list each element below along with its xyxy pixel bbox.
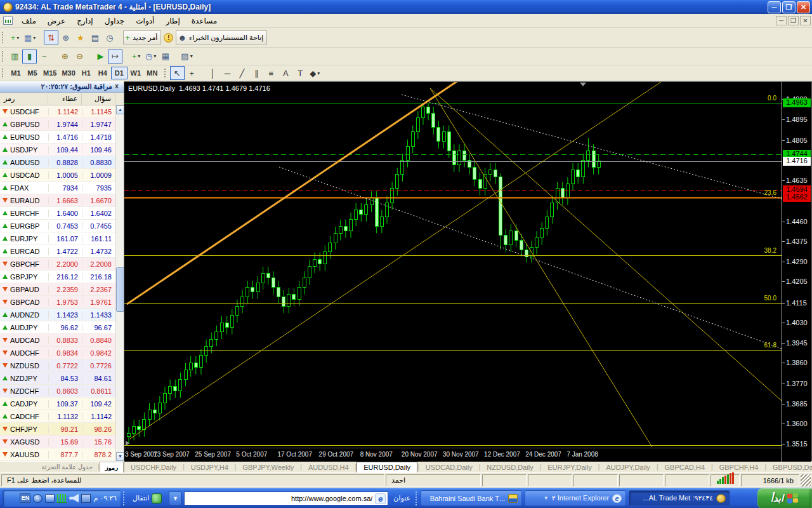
scrollbar-thumb[interactable] [116,267,124,312]
scroll-up-icon[interactable]: ▲ [116,105,124,114]
vertical-line-button[interactable]: │ [206,66,220,80]
new-chart-button[interactable]: +▾ [8,30,22,44]
market-watch-row[interactable]: GBPCHF2.20002.2008 [0,258,124,271]
market-watch-button[interactable]: ⇅ [44,30,58,44]
trendline-button[interactable]: ╱ [235,66,249,80]
market-watch-row[interactable]: GBPJPY216.12216.18 [0,271,124,283]
chart-tab-usdjpy-h4[interactable]: USDJPY,H4 [185,462,235,472]
text-button[interactable]: A [278,66,293,80]
menu-item-file[interactable]: ملف [16,15,42,27]
tray-app-icon[interactable] [45,494,55,503]
market-watch-row[interactable]: EURCAD1.47221.4732 [0,245,124,258]
cursor-button[interactable]: ↖ [170,66,185,80]
strategy-tester-button[interactable]: ◷ [102,30,117,44]
scroll-down-icon[interactable]: ▼ [116,452,124,461]
price-axis[interactable]: 1.49801.48951.48051.46351.44601.43751.42… [782,82,811,462]
chart-tab-eurusd-daily[interactable]: EURUSD,Daily [357,462,417,472]
market-watch-row[interactable]: NZDCHF0.86030.8611 [0,385,124,398]
market-watch-row[interactable]: FDAX79347935 [0,182,124,194]
chart-candles-button[interactable]: ▮ [22,50,37,64]
auto-scroll-button[interactable]: ▶ [93,50,108,64]
toolbar-grip[interactable] [416,491,418,505]
chart-shift-button[interactable]: ↦ [108,50,122,64]
expert-advisors-button[interactable]: ☻إتاحة المستشارون الخبراء [176,30,267,44]
toolbar-grip[interactable] [123,491,126,505]
start-button[interactable]: ابدأ [757,488,812,508]
address-bar[interactable]: e [184,491,388,505]
child-restore-button[interactable]: ❐ [788,16,799,25]
panel-tab-0[interactable]: رموز [100,462,124,472]
market-watch-row[interactable]: AUDNZD1.14231.1433 [0,309,124,321]
market-watch-row[interactable]: AUDCHF0.98340.9842 [0,347,124,359]
toolbar-grip[interactable] [164,69,167,77]
zoom-in-button[interactable]: ⊕ [58,50,72,64]
market-watch-row[interactable]: AUDUSD0.88280.8830 [0,156,124,169]
chart-tab-audusd-h4[interactable]: AUDUSD,H4 [302,462,355,472]
chart-tab-gbpusd-daily[interactable]: GBPUSD,Daily [766,462,812,472]
close-button[interactable]: ✕ [797,1,810,13]
taskbar-button-internet-explorer-group[interactable]: eInternet Explorer ٢▼ [525,490,626,506]
horizontal-line-button[interactable]: ─ [220,66,235,80]
market-watch-row[interactable]: XAGUSD15.6915.76 [0,436,124,448]
chevron-down-icon[interactable]: ▼ [544,495,549,501]
resize-grip[interactable] [801,474,811,486]
menu-item-charts[interactable]: جداول [99,15,131,27]
timeframe-m1-button[interactable]: M1 [8,67,24,79]
volume-icon[interactable] [69,494,79,503]
market-watch-row[interactable]: USDCAD1.00051.0009 [0,169,124,182]
market-watch-row[interactable]: GBPAUD2.23592.2367 [0,283,124,296]
menu-item-tools[interactable]: أدوات [130,15,160,27]
panel-tab-1[interactable]: جدول علامة التجزئة [37,462,98,472]
timeframe-m15-button[interactable]: M15 [41,67,59,79]
market-watch-row[interactable]: AUDJPY96.6296.67 [0,321,124,334]
arrows-button[interactable]: ◆▾ [308,66,322,80]
indicators-button[interactable]: +▾ [129,50,143,64]
market-watch-row[interactable]: EURJPY161.07161.11 [0,232,124,245]
minimize-button[interactable]: ─ [768,1,781,13]
chart-tab-gbpchf-h4[interactable]: GBPCHF,H4 [713,462,765,472]
terminal-button[interactable]: ▤ [88,30,102,44]
chart-shift-marker[interactable] [580,83,586,86]
chart-bars-button[interactable]: ▥ [8,50,22,64]
chart-plot-area[interactable]: EURUSD,Daily 1.4693 1.4741 1.4679 1.4716… [124,82,782,448]
go-button[interactable]: ← انتقال [128,491,166,506]
market-watch-row[interactable]: CADJPY109.37109.42 [0,398,124,410]
alerts-button[interactable]: ! [161,30,176,44]
market-watch-close-icon[interactable]: x [112,83,121,91]
address-input[interactable] [185,492,388,505]
menu-item-view[interactable]: عرض [42,15,71,27]
chart-window-icon[interactable] [3,17,13,25]
periods-button[interactable]: ◷▾ [143,50,158,64]
taskbar-button-al-trade-window[interactable]: ٩٢٤٣٤: AL Trade Met... [629,490,730,506]
column-header-0[interactable]: رمز [0,93,48,105]
address-dropdown-icon[interactable]: ▼ [169,491,181,505]
timeframe-h4-button[interactable]: H4 [95,67,111,79]
chart-tab-audjpy-daily[interactable]: AUDJPY,Daily [599,462,657,472]
new-order-button[interactable]: +أمر جديد [123,30,161,44]
menu-item-window[interactable]: إطار [160,15,185,27]
chart-tab-nzdusd-daily[interactable]: NZDUSD,Daily [480,462,539,472]
maximize-button[interactable]: ❐ [782,1,796,13]
data-window-button[interactable]: ⊕ [58,30,73,44]
tray-round-icon[interactable]: › [33,494,43,503]
chart-window[interactable]: EURUSD,Daily 1.4693 1.4741 1.4679 1.4716… [124,81,812,461]
profiles-button[interactable]: ▦▾ [22,30,37,44]
chart-tab-gbpjpy-weekly[interactable]: GBPJPY,Weekly [236,462,300,472]
market-watch-row[interactable]: NZDUSD0.77220.7726 [0,359,124,372]
timeframe-d1-button[interactable]: D1 [111,67,128,79]
timeframe-mn-button[interactable]: MN [144,67,160,79]
column-header-2[interactable]: سؤال [82,93,115,105]
toolbar-grip[interactable] [2,32,5,43]
market-watch-row[interactable]: AUDCAD0.88330.8840 [0,334,124,347]
network-icon[interactable] [81,494,91,503]
fibonacci-button[interactable]: ≡ [264,66,278,80]
child-minimize-button[interactable]: ─ [776,16,787,25]
market-watch-scrollbar[interactable]: ▲ ▼ [115,105,124,461]
market-watch-row[interactable]: USDJPY109.44109.46 [0,144,124,156]
timeframe-h1-button[interactable]: H1 [78,67,95,79]
timeframe-m5-button[interactable]: M5 [24,67,41,79]
market-watch-row[interactable]: NZDJPY84.5384.61 [0,372,124,385]
signal-icon[interactable] [57,494,67,503]
market-watch-row[interactable]: CADCHF1.11321.1142 [0,410,124,423]
grid-button[interactable]: ▦ [158,50,173,64]
